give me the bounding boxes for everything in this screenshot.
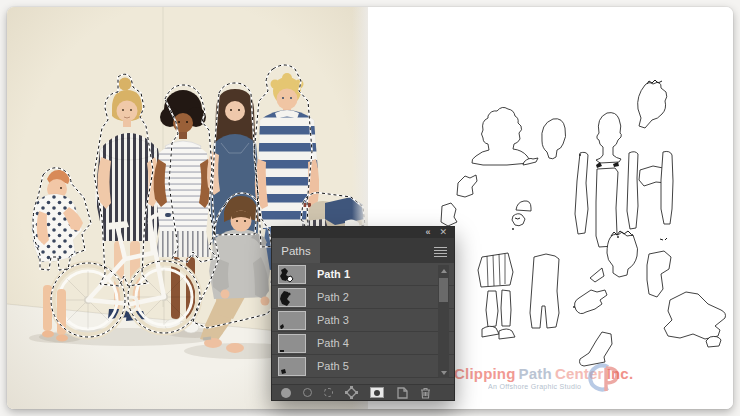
paths-panel: « ✕ Paths Path 1 Path 2 (271, 226, 455, 401)
outline-topknot-girl-head (472, 107, 530, 165)
outline-leg-2 (501, 290, 511, 326)
outline-torso-strip (627, 152, 638, 229)
scrollbar-thumb[interactable] (439, 278, 448, 302)
watermark-tagline: An Offshore Graphic Studio (488, 383, 674, 390)
path-row-4[interactable]: Path 4 (272, 332, 454, 355)
watermark: ClippingPathCenterInc. An Offshore Graph… (454, 365, 674, 390)
watermark-word-clipping: Clipping (454, 365, 516, 382)
panel-titlebar[interactable]: « ✕ (272, 227, 454, 238)
fill-path-icon[interactable] (281, 388, 291, 398)
outline-knot (512, 214, 525, 226)
outline-cap (516, 201, 531, 211)
panel-toolbar (272, 384, 454, 400)
panel-menu-icon[interactable] (434, 245, 447, 259)
outline-bent-arm (647, 251, 671, 297)
tab-paths[interactable]: Paths (272, 238, 320, 263)
watermark-text: ClippingPathCenterInc. (454, 365, 674, 382)
outline-shoe-2 (499, 329, 515, 339)
path-label: Path 1 (317, 268, 350, 280)
outline-boy-head (638, 82, 667, 128)
path-thumbnail (278, 357, 306, 376)
path-row-5[interactable]: Path 5 (272, 355, 454, 378)
path-label: Path 4 (317, 337, 349, 349)
outline-triangle (590, 268, 604, 282)
outline-shoe-1 (482, 326, 499, 337)
path-thumbnail (278, 334, 306, 353)
make-work-path-icon[interactable] (345, 386, 358, 399)
outline-bald-head (542, 119, 566, 159)
outline-brunette-head (596, 113, 621, 163)
paths-list: Path 1 Path 2 Path 3 Path 4 (272, 263, 454, 384)
add-mask-icon[interactable] (370, 387, 384, 398)
scroll-up-icon[interactable] (438, 266, 449, 275)
path-row-1[interactable]: Path 1 (272, 263, 454, 286)
outline-skirt (478, 253, 513, 287)
outline-boot (441, 203, 457, 226)
outline-leg-1 (486, 291, 498, 327)
panel-tab-strip: Paths (272, 238, 454, 263)
path-thumbnail (278, 311, 306, 330)
path-row-3[interactable]: Path 3 (272, 309, 454, 332)
outline-pointing-arm (575, 290, 607, 314)
path-label: Path 3 (317, 314, 349, 326)
path-label: Path 2 (317, 291, 349, 303)
outline-shoe (457, 175, 477, 197)
stroke-path-icon[interactable] (303, 388, 312, 397)
path-label: Path 5 (317, 360, 349, 372)
watermark-word-path: Path (519, 365, 552, 382)
outline-sleeve-strip (575, 152, 588, 234)
path-thumbnail (278, 265, 306, 284)
paths-scrollbar[interactable] (438, 265, 449, 378)
close-panel-icon[interactable]: ✕ (439, 228, 447, 237)
path-row-2[interactable]: Path 2 (272, 286, 454, 309)
outline-sitting-boy-head (607, 232, 638, 277)
outline-arm-strip (661, 151, 673, 224)
load-path-as-selection-icon[interactable] (324, 388, 333, 397)
outline-sitting-legs (664, 292, 726, 339)
collapse-to-icons-icon[interactable]: « (425, 228, 429, 237)
screenshot: ClippingPathCenterInc. An Offshore Graph… (0, 0, 740, 416)
outline-pants (530, 254, 559, 328)
create-new-path-icon[interactable] (396, 387, 408, 399)
delete-path-icon[interactable] (420, 387, 431, 399)
path-thumbnail (278, 288, 306, 307)
scroll-down-icon[interactable] (438, 368, 449, 377)
